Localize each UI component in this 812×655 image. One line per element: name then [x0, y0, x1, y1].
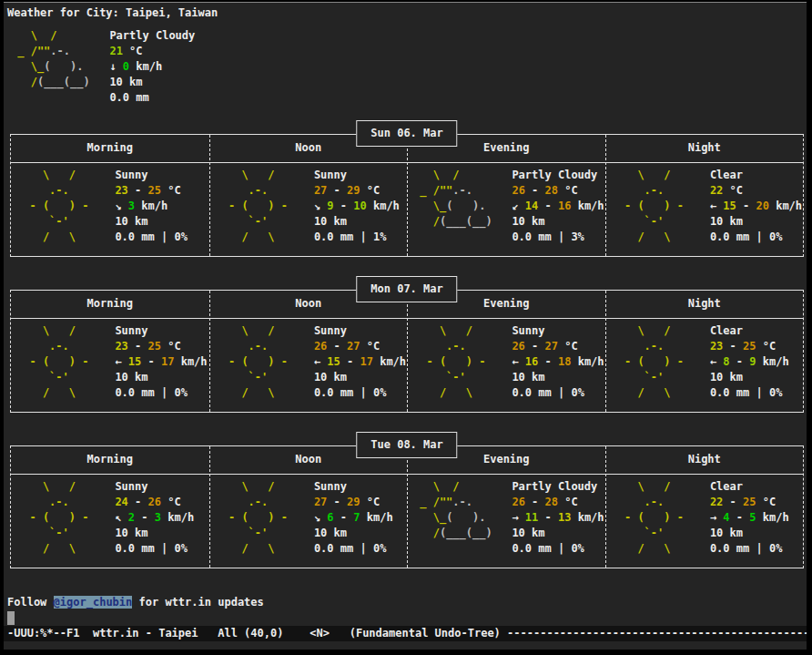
sunny-icon: `-' [216, 371, 269, 384]
footer-suffix: for wttr.in updates [132, 596, 264, 609]
partly-cloudy-icon: \_( ). [413, 511, 485, 524]
condition-line: \ / Sunny [16, 168, 209, 183]
forecast-cell-evening: Evening \ / Partly Cloudy _ /"".-. 26 - … [407, 135, 605, 256]
period-body: \ / Sunny .-. 23 - 25 °C - ( ) - ← 15 - … [11, 319, 209, 412]
condition-line: \ / Clear [612, 323, 804, 339]
temperature-line: _ /"".-. 21 °C [11, 44, 807, 59]
temperature-line: .-. 23 - 25 °C [16, 183, 209, 199]
emacs-modeline: -UUU:%*--F1 wttr.in - Taipei All (40,0) … [4, 626, 807, 641]
temperature-line: _ /"".-. 26 - 28 °C [413, 495, 605, 510]
temperature-line: _ /"".-. 26 - 28 °C [413, 183, 605, 199]
condition-line: \ / Partly Cloudy [413, 168, 605, 183]
partly-cloudy-icon: \_( ). [413, 200, 485, 212]
visibility-line: /(___(__) 10 km [11, 75, 807, 90]
visibility-line: `-' 10 km [216, 214, 408, 230]
forecast-table: Tue 08. MarMorning \ / Sunny .-. 24 - 26… [10, 445, 804, 568]
partly-cloudy-icon: _ /"".-. [413, 496, 472, 508]
forecast-cell-noon: Noon \ / Sunny .-. 26 - 27 °C - ( ) - ← … [209, 291, 408, 412]
partly-cloudy-icon: \_( ). [11, 60, 83, 73]
sunny-icon: .-. [216, 496, 269, 508]
sunny-icon: / \ [16, 386, 76, 399]
temperature-line: .-. 22 °C [612, 183, 804, 199]
sunny-icon: `-' [16, 215, 69, 228]
sunny-icon: / \ [612, 230, 671, 243]
precipitation-line: / \ 0.0 mm | 0% [612, 230, 804, 245]
period-body: \ / Sunny .-. 27 - 29 °C - ( ) - ↘ 9 - 1… [210, 163, 408, 256]
text-cursor [7, 611, 15, 625]
sunny-icon: \ / [16, 480, 76, 493]
sunny-icon: / \ [16, 230, 76, 243]
sunny-icon: - ( ) - [16, 511, 88, 524]
period-body: \ / Sunny .-. 23 - 25 °C - ( ) - ↘ 3 km/… [11, 163, 209, 256]
temperature-line: .-. 24 - 26 °C [16, 495, 209, 510]
condition-line: \ / Sunny [216, 323, 408, 339]
sunny-icon: - ( ) - [16, 200, 88, 212]
page-title: Weather for City: Taipei, Taiwan [7, 5, 807, 21]
temperature-line: .-. 27 - 29 °C [216, 183, 408, 199]
sunny-icon: - ( ) - [612, 200, 684, 212]
wind-line: - ( ) - ↘ 6 - 7 km/h [216, 510, 408, 526]
visibility-line: `-' 10 km [216, 370, 408, 385]
partly-cloudy-icon: /(___(__) [11, 76, 90, 88]
sunny-icon: `-' [612, 371, 665, 384]
precipitation-line: / \ 0.0 mm | 0% [612, 385, 804, 401]
condition-line: \ / Partly Cloudy [11, 28, 807, 44]
sunny-icon: / \ [612, 542, 671, 555]
precipitation-line: 0.0 mm [11, 90, 807, 106]
sunny-icon: .-. [216, 184, 269, 197]
sunny-icon: / \ [216, 386, 275, 399]
forecast-cell-night: Night \ / Clear .-. 22 °C - ( ) - ← 15 -… [605, 135, 804, 256]
forecast-cell-evening: Evening \ / Partly Cloudy _ /"".-. 26 - … [407, 446, 605, 568]
visibility-line: `-' 10 km [612, 214, 804, 230]
partly-cloudy-icon: \ / [413, 169, 460, 181]
wind-line: - ( ) - ↘ 3 km/h [16, 199, 209, 214]
sunny-icon: `-' [216, 527, 269, 539]
period-header: Night [606, 446, 804, 475]
sunny-icon: .-. [612, 184, 665, 197]
partly-cloudy-icon: \ / [413, 480, 460, 493]
precipitation-line: / \ 0.0 mm | 0% [413, 385, 605, 401]
sunny-icon: .-. [16, 496, 69, 508]
precipitation-line: / \ 0.0 mm | 0% [216, 385, 408, 401]
precipitation-line: / \ 0.0 mm | 0% [16, 230, 209, 245]
sunny-icon: - ( ) - [413, 355, 485, 368]
temperature-line: .-. 26 - 27 °C [413, 339, 605, 354]
condition-line: \ / Clear [612, 168, 804, 183]
precipitation-line: / \ 0.0 mm | 0% [612, 541, 804, 557]
temperature-line: .-. 23 - 25 °C [612, 339, 804, 354]
echo-area [4, 641, 807, 650]
precipitation-line: 0.0 mm | 0% [413, 541, 605, 557]
wind-line: \_( ). ↙ 14 - 16 km/h [413, 199, 605, 214]
sunny-icon: \ / [16, 169, 76, 181]
condition-line: \ / Partly Cloudy [413, 479, 605, 495]
partly-cloudy-icon: \ / [11, 29, 57, 42]
partly-cloudy-icon: _ /"".-. [413, 184, 472, 197]
condition-line: \ / Sunny [216, 168, 408, 183]
visibility-line: `-' 10 km [413, 370, 605, 385]
precipitation-line: / \ 0.0 mm | 0% [16, 385, 209, 401]
forecast-tables: Sun 06. MarMorning \ / Sunny .-. 23 - 25… [7, 134, 807, 568]
condition-line: \ / Sunny [16, 323, 209, 339]
sunny-icon: / \ [216, 542, 275, 555]
period-body: \ / Partly Cloudy _ /"".-. 26 - 28 °C \_… [408, 163, 605, 256]
wind-line: - ( ) - ← 16 - 18 km/h [413, 354, 605, 370]
precipitation-line: / \ 0.0 mm | 1% [216, 230, 408, 245]
sunny-icon: \ / [216, 169, 275, 181]
twitter-handle-link[interactable]: @igor_chubin [54, 596, 133, 609]
wind-line: - ( ) - ← 8 - 9 km/h [612, 354, 804, 370]
sunny-icon: - ( ) - [612, 355, 684, 368]
sunny-icon: \ / [612, 324, 671, 337]
partly-cloudy-icon: /(___(__) [413, 215, 492, 228]
wind-line: - ( ) - ← 15 - 17 km/h [16, 354, 209, 370]
condition-line: \ / Sunny [413, 323, 605, 339]
footer-line: Follow @igor_chubin for wttr.in updates [7, 595, 807, 610]
forecast-cell-noon: Noon \ / Sunny .-. 27 - 29 °C - ( ) - ↘ … [209, 446, 408, 568]
wind-line: - ( ) - ← 15 - 20 km/h [612, 199, 804, 214]
partly-cloudy-icon: _ /"".-. [11, 45, 70, 57]
sunny-icon: - ( ) - [16, 355, 88, 368]
forecast-cell-morning: Morning \ / Sunny .-. 24 - 26 °C - ( ) -… [11, 446, 209, 568]
precipitation-line: / \ 0.0 mm | 0% [16, 541, 209, 557]
sunny-icon: \ / [216, 480, 275, 493]
sunny-icon: .-. [612, 340, 665, 353]
sunny-icon: - ( ) - [612, 511, 684, 524]
